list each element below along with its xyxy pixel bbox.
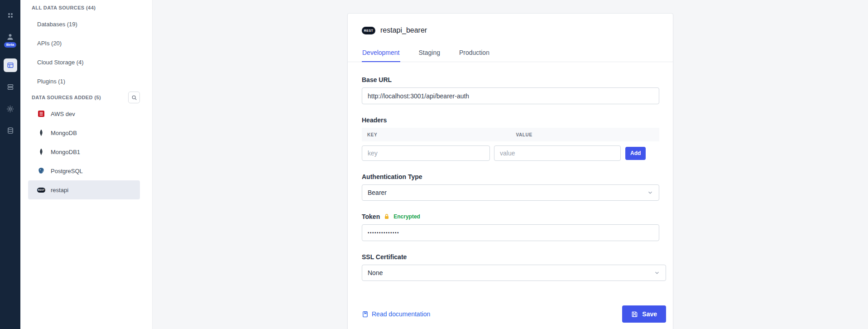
all-data-sources-title: ALL DATA SOURCES (44) xyxy=(32,5,96,10)
app-rail: Beta xyxy=(0,0,20,329)
ssl-certificate-select[interactable]: None xyxy=(362,265,666,281)
tab-staging[interactable]: Staging xyxy=(418,45,441,62)
chevron-down-icon xyxy=(647,189,653,196)
base-url-input[interactable] xyxy=(362,87,659,104)
layers-icon xyxy=(7,83,14,91)
doc-link-label: Read documentation xyxy=(372,310,430,318)
beta-badge: Beta xyxy=(4,42,16,48)
datasource-label: MongoDB xyxy=(51,130,77,136)
sidebar-item-postgresql[interactable]: PostgreSQL xyxy=(28,161,140,180)
encrypted-badge: Encrypted xyxy=(393,213,420,220)
datasource-sidebar: ALL DATA SOURCES (44) Databases (19) API… xyxy=(20,0,153,329)
datasource-label: PostgreSQL xyxy=(51,168,83,174)
header-key-input[interactable] xyxy=(362,145,490,161)
datasource-config-card: REST restapi_bearer Development Staging … xyxy=(347,13,673,329)
main-content: REST restapi_bearer Development Staging … xyxy=(153,0,868,329)
database-icon xyxy=(7,127,14,134)
document-icon xyxy=(362,311,369,318)
rail-item-storage[interactable] xyxy=(0,120,20,141)
value-column-header: VALUE xyxy=(511,132,660,137)
datasource-label: restapi xyxy=(51,187,68,194)
search-datasources-button[interactable] xyxy=(128,92,140,103)
header-value-input[interactable] xyxy=(494,145,621,161)
auth-type-value: Bearer xyxy=(368,189,387,196)
tab-development[interactable]: Development xyxy=(362,45,400,62)
card-footer: Read documentation Save xyxy=(362,305,666,323)
search-icon xyxy=(131,95,137,101)
rail-item-libraries[interactable] xyxy=(0,76,20,98)
data-sources-added-title: DATA SOURCES ADDED (5) xyxy=(32,95,101,100)
datasource-title: restapi_bearer xyxy=(380,26,427,34)
active-rail-highlight xyxy=(4,58,17,72)
all-data-sources-section-head: ALL DATA SOURCES (44) xyxy=(20,1,152,15)
sidebar-item-aws-dev[interactable]: AWS dev xyxy=(28,104,140,123)
data-sources-added-section-head: DATA SOURCES ADDED (5) xyxy=(20,91,152,104)
token-label: Token xyxy=(362,213,380,220)
ssl-certificate-value: None xyxy=(368,269,383,276)
save-icon xyxy=(631,311,638,318)
sidebar-item-restapi[interactable]: REST restapi xyxy=(28,180,140,199)
sidebar-item-apis[interactable]: APIs (20) xyxy=(20,34,152,53)
environment-tabs: Development Staging Production xyxy=(348,45,673,62)
sidebar-item-cloud-storage[interactable]: Cloud Storage (4) xyxy=(20,53,152,72)
restapi-icon: REST xyxy=(362,27,375,34)
sidebar-item-mongodb[interactable]: MongoDB xyxy=(28,123,140,142)
datasource-label: MongoDB1 xyxy=(51,149,80,155)
sidebar-item-plugins[interactable]: Plugins (1) xyxy=(20,72,152,91)
headers-input-row: Add xyxy=(362,145,659,161)
sidebar-item-mongodb1[interactable]: MongoDB1 xyxy=(28,142,140,161)
app-root: Beta xyxy=(0,0,868,329)
headers-label: Headers xyxy=(362,116,659,124)
add-header-button[interactable]: Add xyxy=(625,147,646,160)
lock-icon xyxy=(384,213,390,220)
token-input[interactable] xyxy=(362,224,659,241)
rail-item-apps[interactable] xyxy=(0,5,20,26)
rail-item-profile[interactable]: Beta xyxy=(0,26,20,54)
save-button[interactable]: Save xyxy=(622,305,666,323)
apps-grid-icon xyxy=(7,12,14,19)
rail-item-settings[interactable] xyxy=(0,98,20,120)
token-label-row: Token Encrypted xyxy=(362,213,659,220)
gear-icon xyxy=(6,105,14,113)
aws-icon xyxy=(37,110,45,118)
base-url-label: Base URL xyxy=(362,76,659,83)
mongodb-icon xyxy=(37,148,45,156)
mongodb-icon xyxy=(37,129,45,137)
key-column-header: KEY xyxy=(362,132,511,137)
save-label: Save xyxy=(642,310,657,318)
restapi-icon: REST xyxy=(37,186,45,194)
postgresql-icon xyxy=(37,167,45,175)
headers-table-head: KEY VALUE xyxy=(362,128,659,141)
datasource-label: AWS dev xyxy=(51,111,75,117)
read-documentation-link[interactable]: Read documentation xyxy=(362,310,430,318)
auth-type-select[interactable]: Bearer xyxy=(362,184,659,201)
tab-production[interactable]: Production xyxy=(459,45,490,62)
rail-item-datasources[interactable] xyxy=(0,54,20,76)
sidebar-item-databases[interactable]: Databases (19) xyxy=(20,15,152,34)
card-title-row: REST restapi_bearer xyxy=(362,26,659,34)
auth-type-label: Authentication Type xyxy=(362,173,659,180)
ssl-certificate-label: SSL Certificate xyxy=(362,253,659,261)
datasources-icon xyxy=(7,62,14,69)
chevron-down-icon xyxy=(654,270,660,276)
user-icon xyxy=(6,33,14,41)
